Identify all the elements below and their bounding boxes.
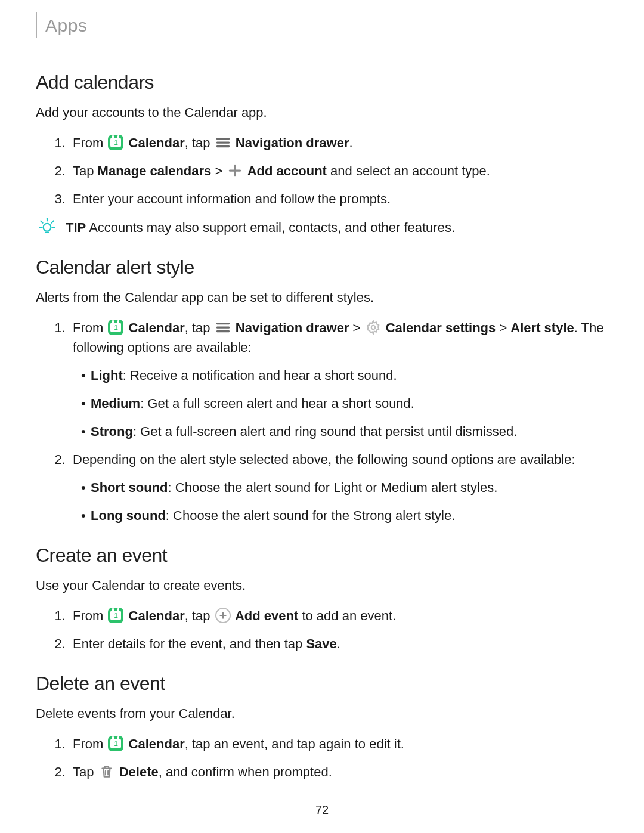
step: Depending on the alert style selected ab… <box>69 450 608 525</box>
sublist: Short sound: Choose the alert sound for … <box>73 478 608 525</box>
intro-delete-event: Delete events from your Calendar. <box>36 704 608 723</box>
tip-label: TIP <box>66 220 86 235</box>
intro-alert-style: Alerts from the Calendar app can be set … <box>36 287 608 307</box>
add-icon <box>227 163 243 178</box>
intro-create-event: Use your Calendar to create events. <box>36 575 608 595</box>
svg-line-8 <box>41 221 42 223</box>
step: Tap Delete, and confirm when prompted. <box>69 762 608 782</box>
step: From 1 Calendar, tap an event, and tap a… <box>69 734 608 754</box>
add-event-icon <box>215 608 231 623</box>
settings-gear-icon <box>366 320 381 335</box>
navigation-drawer-icon <box>215 320 231 335</box>
list-item: Light: Receive a notification and hear a… <box>91 366 608 385</box>
calendar-app-icon: 1 <box>108 135 123 150</box>
heading-alert-style: Calendar alert style <box>36 253 608 281</box>
list-item: Strong: Get a full-screen alert and ring… <box>91 422 608 441</box>
intro-add-calendars: Add your accounts to the Calendar app. <box>36 103 608 122</box>
list-item: Long sound: Choose the alert sound for t… <box>91 506 608 525</box>
step: Tap Manage calendars > Add account and s… <box>69 161 608 181</box>
steps-alert-style: From 1 Calendar, tap Navigation drawer >… <box>36 318 608 525</box>
sublist: Light: Receive a notification and hear a… <box>73 366 608 441</box>
list-item: Medium: Get a full screen alert and hear… <box>91 394 608 413</box>
page-number: 72 <box>0 801 644 819</box>
tip-bulb-icon <box>37 216 57 236</box>
list-item: Short sound: Choose the alert sound for … <box>91 478 608 497</box>
steps-add-calendars: From 1 Calendar, tap Navigation drawer. … <box>36 133 608 209</box>
calendar-app-icon: 1 <box>108 736 123 751</box>
tip-callout: TIP Accounts may also support email, con… <box>36 217 608 237</box>
step: From 1 Calendar, tap Navigation drawer. <box>69 133 608 153</box>
calendar-app-icon: 1 <box>108 608 123 623</box>
steps-delete-event: From 1 Calendar, tap an event, and tap a… <box>36 734 608 782</box>
breadcrumb: Apps <box>45 12 87 39</box>
step: Enter your account information and follo… <box>69 189 608 209</box>
heading-delete-event: Delete an event <box>36 669 608 698</box>
heading-add-calendars: Add calendars <box>36 68 608 97</box>
page-header: Apps <box>36 12 608 38</box>
step: Enter details for the event, and then ta… <box>69 634 608 654</box>
tip-text: Accounts may also support email, contact… <box>86 220 455 235</box>
delete-trash-icon <box>99 764 114 779</box>
steps-create-event: From 1 Calendar, tap Add event to add an… <box>36 606 608 654</box>
svg-line-9 <box>51 221 53 223</box>
svg-point-5 <box>44 224 51 231</box>
svg-point-15 <box>371 326 375 330</box>
calendar-app-icon: 1 <box>108 320 123 335</box>
step: From 1 Calendar, tap Navigation drawer >… <box>69 318 608 441</box>
navigation-drawer-icon <box>215 135 231 150</box>
heading-create-event: Create an event <box>36 541 608 569</box>
step: From 1 Calendar, tap Add event to add an… <box>69 606 608 625</box>
